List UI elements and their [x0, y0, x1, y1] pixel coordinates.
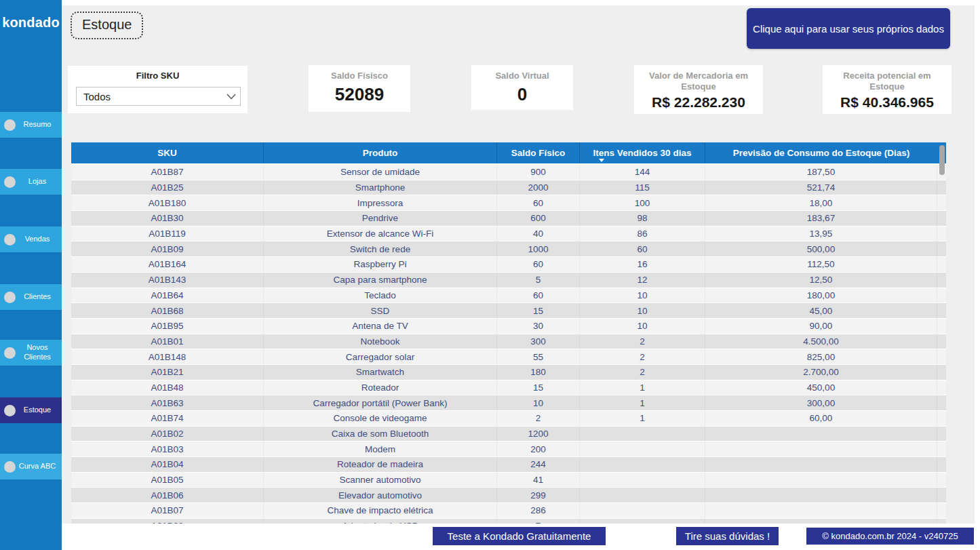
cell-sku: A01B03 — [71, 441, 264, 456]
table-scrollbar[interactable] — [939, 145, 945, 175]
sidebar-item-curva-abc[interactable]: Curva ABC — [0, 454, 62, 479]
top-edge — [62, 0, 980, 5]
column-header-saldo-fisico[interactable]: Saldo Físico — [497, 142, 580, 163]
cell-produto: Console de videogame — [264, 411, 497, 426]
table-row[interactable]: A01B148 Carregador solar 55 2 825,00 — [71, 349, 946, 365]
cell-itens-vendidos: 1 — [580, 411, 705, 426]
cell-produto: Sensor de umidade — [264, 165, 497, 180]
cell-sku: A01B09 — [71, 241, 264, 256]
cell-produto: Elevador automotivo — [264, 488, 497, 503]
sidebar-item-vendas[interactable]: Vendas — [0, 227, 62, 252]
table-row[interactable]: A01B21 Smartwatch 180 2 2.700,00 — [71, 365, 946, 380]
table-row[interactable]: A01B04 Roteador de madeira 244 — [71, 457, 946, 473]
circle-icon — [4, 176, 16, 188]
table-row[interactable]: A01B180 Impressora 60 100 18,00 — [71, 195, 946, 211]
cell-produto: Caixa de som Bluetooth — [264, 427, 497, 441]
sidebar-item-novos-clientes[interactable]: Novos Clientes — [0, 340, 62, 366]
cell-previsao: 60,00 — [705, 411, 937, 426]
right-edge — [975, 0, 980, 550]
cell-previsao: 500,00 — [705, 241, 937, 256]
sidebar-item-estoque[interactable]: Estoque — [0, 397, 62, 423]
cell-previsao: 45,00 — [705, 303, 937, 318]
cell-previsao: 180,00 — [705, 288, 937, 303]
table-row[interactable]: A01B68 SSD 15 10 45,00 — [71, 303, 946, 319]
table-row[interactable]: A01B08 Adaptador de USB 7 — [71, 519, 946, 524]
cell-saldo-fisico: 60 — [497, 288, 580, 303]
cell-previsao: 18,00 — [705, 195, 937, 210]
table-row[interactable]: A01B05 Scanner automotivo 41 — [71, 473, 946, 488]
cell-sku: A01B21 — [71, 365, 264, 380]
cell-produto: SSD — [264, 303, 497, 318]
cell-saldo-fisico: 41 — [497, 473, 580, 488]
cell-produto: Adaptador de USB — [264, 519, 497, 524]
table-row[interactable]: A01B87 Sensor de umidade 900 144 187,50 — [71, 165, 946, 180]
cell-saldo-fisico: 2 — [497, 411, 580, 426]
cell-produto: Notebook — [264, 334, 497, 349]
cell-sku: A01B02 — [71, 427, 264, 441]
cell-itens-vendidos — [580, 519, 705, 524]
table-row[interactable]: A01B30 Pendrive 600 98 183,67 — [71, 211, 946, 227]
sku-filter-value: Todos — [77, 91, 222, 102]
table-row[interactable]: A01B164 Raspberry Pi 60 16 112,50 — [71, 257, 946, 273]
table-row[interactable]: A01B25 Smartphone 2000 115 521,74 — [71, 180, 946, 196]
table-row[interactable]: A01B74 Console de videogame 2 1 60,00 — [71, 411, 946, 427]
sidebar-item-clientes[interactable]: Clientes — [0, 284, 62, 310]
cell-itens-vendidos — [580, 473, 705, 488]
table-row[interactable]: A01B01 Notebook 300 2 4.500,00 — [71, 334, 946, 350]
cell-saldo-fisico: 286 — [497, 503, 580, 518]
kpi-label: Valor de Mercadoria em Estoque — [634, 65, 763, 93]
cell-previsao — [705, 427, 937, 441]
cell-itens-vendidos: 144 — [580, 165, 705, 180]
table-row[interactable]: A01B07 Chave de impacto elétrica 286 — [71, 503, 946, 519]
cell-itens-vendidos: 86 — [580, 227, 705, 241]
copyright-button[interactable]: © kondado.com.br 2024 - v240725 — [806, 527, 975, 545]
circle-icon — [4, 119, 16, 131]
cell-previsao: 12,50 — [705, 273, 937, 288]
circle-icon — [4, 405, 16, 416]
kpi-label: Saldo Físisco — [309, 65, 410, 81]
circle-icon — [4, 292, 16, 303]
table-row[interactable]: A01B09 Switch de rede 1000 60 500,00 — [71, 241, 946, 257]
cell-itens-vendidos: 16 — [580, 257, 705, 272]
cell-previsao: 450,00 — [705, 380, 937, 395]
cell-saldo-fisico: 55 — [497, 349, 580, 364]
cell-saldo-fisico: 200 — [497, 441, 580, 456]
cell-previsao — [705, 503, 937, 518]
cell-saldo-fisico: 15 — [497, 380, 580, 395]
table-row[interactable]: A01B02 Caixa de som Bluetooth 1200 — [71, 427, 946, 442]
table-row[interactable]: A01B06 Elevador automotivo 299 — [71, 488, 946, 503]
table-row[interactable]: A01B64 Teclado 60 10 180,00 — [71, 288, 946, 304]
sidebar-item-label: Lojas — [16, 177, 59, 186]
cell-produto: Extensor de alcance Wi-Fi — [264, 227, 497, 241]
questions-button[interactable]: Tire suas dúvidas ! — [676, 527, 779, 545]
column-header-itens-vendidos[interactable]: Itens Vendidos 30 dias — [580, 142, 705, 163]
sku-filter-dropdown[interactable]: Todos — [76, 87, 241, 106]
cell-saldo-fisico: 244 — [497, 457, 580, 472]
cell-saldo-fisico: 900 — [497, 165, 580, 180]
cell-itens-vendidos: 115 — [580, 180, 705, 195]
column-header-produto[interactable]: Produto — [264, 142, 497, 163]
table-row[interactable]: A01B63 Carregador portátil (Power Bank) … — [71, 395, 946, 411]
table-row[interactable]: A01B48 Roteador 15 1 450,00 — [71, 380, 946, 396]
table-row[interactable]: A01B03 Modem 200 — [71, 441, 946, 457]
table-row[interactable]: A01B95 Antena de TV 30 10 90,00 — [71, 319, 946, 334]
cell-saldo-fisico: 1200 — [497, 427, 580, 441]
sidebar-item-label: Novos Clientes — [16, 343, 59, 362]
kpi-value: 0 — [471, 84, 573, 105]
table-row[interactable]: A01B119 Extensor de alcance Wi-Fi 40 86 … — [71, 227, 946, 242]
cell-itens-vendidos: 12 — [580, 273, 705, 288]
table-header-row: SKU Produto Saldo Físico Itens Vendidos … — [71, 142, 946, 165]
sidebar-item-lojas[interactable]: Lojas — [0, 169, 62, 195]
cell-previsao: 2.700,00 — [705, 365, 937, 380]
table-row[interactable]: A01B143 Capa para smartphone 5 12 12,50 — [71, 273, 946, 288]
cell-saldo-fisico: 10 — [497, 395, 580, 410]
sidebar-item-resumo[interactable]: Resumo — [0, 112, 62, 138]
cell-sku: A01B148 — [71, 349, 264, 364]
column-header-previsao[interactable]: Previsão de Consumo do Estoque (Dias) — [705, 142, 937, 163]
column-header-sku[interactable]: SKU — [71, 142, 264, 163]
trial-button[interactable]: Teste a Kondado Gratuitamente — [433, 527, 606, 545]
use-own-data-button[interactable]: Clique aqui para usar seus próprios dado… — [747, 8, 950, 49]
cell-saldo-fisico: 2000 — [497, 180, 580, 195]
kpi-value: 52089 — [309, 84, 410, 105]
kpi-label: Saldo Virtual — [471, 65, 573, 81]
